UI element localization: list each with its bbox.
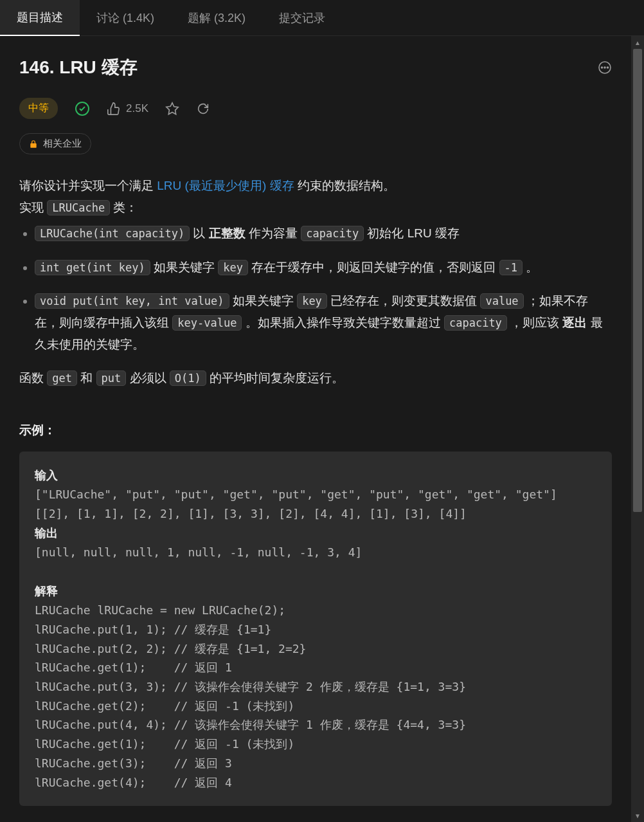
like-count: 2.5K	[126, 102, 148, 115]
example-explain-header: 解释	[35, 585, 58, 598]
tabs: 题目描述 讨论 (1.4K) 题解 (3.2K) 提交记录	[0, 0, 644, 36]
scroll-up-icon[interactable]: ▲	[631, 36, 644, 49]
text: 约束的数据结构。	[294, 179, 395, 192]
text: 实现	[19, 201, 47, 214]
content: 146. LRU 缓存 中等 2.5K 相关企业 请你设计并实现一个	[0, 36, 631, 806]
description: 请你设计并实现一个满足 LRU (最近最少使用) 缓存 约束的数据结构。 实现 …	[19, 175, 612, 390]
text-bold: 正整数	[209, 226, 246, 240]
tab-submissions[interactable]: 提交记录	[262, 0, 342, 36]
share-button[interactable]	[196, 102, 210, 116]
example-block: 输入 ["LRUCache", "put", "put", "get", "pu…	[19, 452, 612, 807]
text: 。	[523, 260, 538, 274]
code: int get(int key)	[35, 260, 150, 275]
example-input: [[2], [1, 1], [2, 2], [1], [3, 3], [2], …	[35, 507, 467, 520]
code: capacity	[301, 226, 364, 241]
example-explain-line: lRUCache.get(1); // 返回 -1 (未找到)	[35, 737, 294, 751]
scrollbar-track[interactable]: ▲ ▼	[631, 36, 644, 822]
example-explain-line: lRUCache.get(4); // 返回 4	[35, 776, 232, 789]
scrollbar-thumb[interactable]	[633, 49, 642, 512]
tags-row: 相关企业	[19, 133, 612, 154]
lock-icon	[29, 140, 38, 149]
text: 的平均时间复杂度运行。	[206, 371, 344, 385]
page-title: 146. LRU 缓存	[19, 55, 138, 80]
example-explain-line: lRUCache.get(1); // 返回 1	[35, 661, 232, 674]
text: 类：	[110, 201, 138, 214]
code: value	[480, 293, 523, 309]
text: 必须以	[126, 371, 170, 385]
example-explain-line: lRUCache.put(2, 2); // 缓存是 {1=1, 2=2}	[35, 642, 306, 655]
text-bold: 逐出	[562, 316, 587, 329]
code: key	[297, 293, 327, 309]
difficulty-badge: 中等	[19, 98, 58, 119]
text: 如果关键字	[150, 260, 219, 274]
code: O(1)	[170, 370, 206, 386]
more-icon[interactable]	[598, 60, 612, 75]
example-explain-line: lRUCache.get(2); // 返回 -1 (未找到)	[35, 699, 294, 713]
example-explain-line: lRUCache.put(4, 4); // 该操作会使得关键字 1 作废，缓存…	[35, 718, 466, 731]
favorite-button[interactable]	[165, 102, 179, 116]
thumbs-up-icon	[107, 102, 121, 116]
svg-point-2	[604, 67, 605, 68]
text: 函数	[19, 371, 47, 385]
svg-point-3	[607, 67, 609, 68]
text: 初始化 LRU 缓存	[364, 226, 460, 240]
example-output: [null, null, null, 1, null, -1, null, -1…	[35, 545, 362, 559]
text: 存在于缓存中，则返回关键字的值，否则返回	[248, 260, 499, 274]
code: get	[47, 370, 77, 386]
example-explain-line: lRUCache.put(1, 1); // 缓存是 {1=1}	[35, 623, 271, 636]
code: capacity	[444, 315, 507, 331]
tab-solutions[interactable]: 题解 (3.2K)	[171, 0, 262, 36]
text: 作为容量	[246, 226, 301, 240]
like-button[interactable]: 2.5K	[107, 102, 148, 116]
example-explain-line: lRUCache.put(3, 3); // 该操作会使得关键字 2 作废，缓存…	[35, 680, 466, 693]
text: 和	[77, 371, 96, 385]
example-input-header: 输入	[35, 469, 58, 482]
code: -1	[499, 260, 523, 275]
list-item: LRUCache(int capacity) 以 正整数 作为容量 capaci…	[35, 223, 612, 244]
example-output-header: 输出	[35, 527, 58, 540]
text: 以	[190, 226, 209, 240]
code: key-value	[172, 315, 242, 331]
list-item: void put(int key, int value) 如果关键字 key 已…	[35, 290, 612, 356]
text: 如果关键字	[229, 294, 298, 307]
code: put	[96, 370, 127, 386]
code-classname: LRUCache	[47, 200, 110, 215]
solved-check-icon	[75, 101, 90, 116]
list-item: int get(int key) 如果关键字 key 存在于缓存中，则返回关键字…	[35, 257, 612, 279]
tab-description[interactable]: 题目描述	[0, 0, 80, 36]
companies-tag-label: 相关企业	[43, 138, 82, 150]
meta-row: 中等 2.5K	[19, 98, 612, 119]
example-explain-line: LRUCache lRUCache = new LRUCache(2);	[35, 603, 285, 617]
share-arrow-icon	[196, 102, 210, 116]
svg-point-1	[602, 67, 603, 68]
code: void put(int key, int value)	[35, 293, 229, 309]
code: LRUCache(int capacity)	[35, 226, 190, 241]
scroll-down-icon[interactable]: ▼	[631, 809, 644, 822]
text: 已经存在，则变更其数据值	[327, 294, 481, 307]
code: key	[218, 260, 248, 275]
companies-tag[interactable]: 相关企业	[19, 133, 91, 154]
lru-link[interactable]: LRU (最近最少使用) 缓存	[157, 179, 294, 192]
text: 。如果插入操作导致关键字数量超过	[242, 316, 444, 329]
text: 请你设计并实现一个满足	[19, 179, 157, 192]
example-header: 示例：	[19, 422, 612, 439]
star-icon	[165, 102, 179, 116]
example-input: ["LRUCache", "put", "put", "get", "put",…	[35, 488, 557, 501]
tab-discuss[interactable]: 讨论 (1.4K)	[80, 0, 171, 36]
text: ，则应该	[507, 316, 563, 329]
example-explain-line: lRUCache.get(3); // 返回 3	[35, 756, 232, 770]
